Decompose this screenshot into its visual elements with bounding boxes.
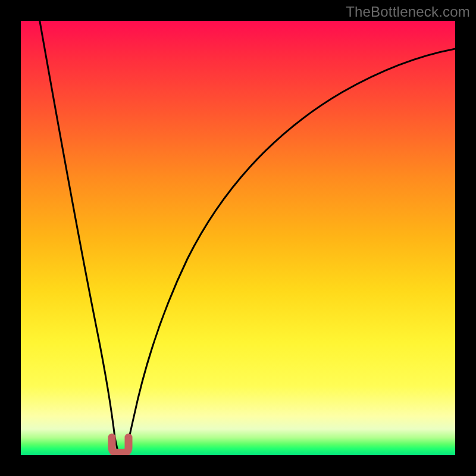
chart-frame: TheBottleneck.com xyxy=(0,0,476,476)
plot-area xyxy=(21,21,455,455)
chart-curves xyxy=(21,21,455,455)
curve-left-branch xyxy=(39,21,119,455)
watermark-text: TheBottleneck.com xyxy=(346,4,470,20)
curve-right-branch xyxy=(125,48,455,455)
trough-marker xyxy=(112,437,129,453)
